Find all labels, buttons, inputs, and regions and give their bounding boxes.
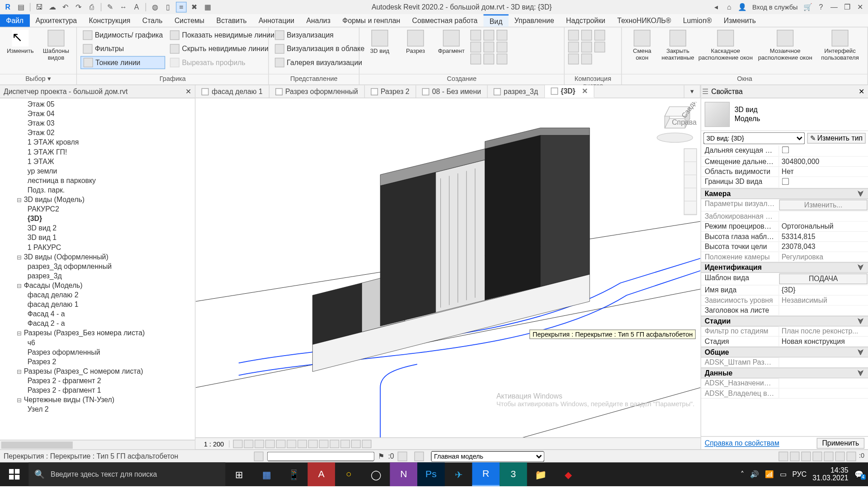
prop-value[interactable] [778,177,868,188]
menu-формы и генплан[interactable]: Формы и генплан [336,14,406,27]
start-button[interactable] [0,462,28,486]
infocenter-icon[interactable]: ◂ [711,2,722,13]
tree-item[interactable]: лестница в парковку [4,176,195,185]
tray-clock[interactable]: 14:35 31.03.2021 [812,467,848,482]
tree-item[interactable]: {3D} [4,214,195,223]
tree-item[interactable]: ч6 [4,338,195,347]
prop-group-header[interactable]: Камера⮟ [701,188,868,199]
redo-icon[interactable]: ↷ [73,2,84,13]
measure-icon[interactable]: ✎ [105,2,116,13]
expand-icon[interactable]: ⊟ [15,282,23,289]
view-tab[interactable]: разрез_3д [487,85,544,98]
taskview-icon[interactable]: ⊞ [225,462,253,486]
sheet7-icon[interactable] [594,30,605,41]
select-links-icon[interactable] [778,451,788,461]
menu-сталь[interactable]: Сталь [137,14,169,27]
section-button[interactable]: Разрез [399,28,432,71]
sheet2-icon[interactable] [568,42,579,52]
crop-icon[interactable] [287,440,296,448]
properties-grid[interactable]: Дальняя секущая ВклСмещение дальнего ...… [701,145,868,436]
drag-icon[interactable] [824,451,833,461]
highlight-icon[interactable] [351,440,360,448]
autocad-icon[interactable]: A [307,462,335,486]
cascade-button[interactable]: Каскадное расположение окон [697,28,755,71]
view-tab[interactable]: фасад делаю 1 [196,85,269,98]
thinlines-icon[interactable]: ≡ [176,2,187,13]
sheet8-icon[interactable] [594,42,605,52]
tree-category[interactable]: ⊟Разрезы (Разрез_Без номера листа) [4,328,195,338]
misc-icon[interactable] [496,54,507,65]
expand-icon[interactable]: ⮟ [857,317,864,325]
print-icon[interactable]: ⎙ [86,2,97,13]
menu-вставить[interactable]: Вставить [210,14,252,27]
reveal-icon[interactable] [330,440,339,448]
tree-item[interactable]: Этаж 04 [4,109,195,118]
telegram-icon[interactable]: ✈ [445,462,472,486]
edit-type-button[interactable]: ✎ Изменить тип [807,133,866,144]
fullnav-icon[interactable] [684,149,696,162]
temphide-icon[interactable] [319,440,328,448]
prop-value[interactable] [778,305,868,315]
prop-checkbox[interactable] [782,178,789,185]
viewtemplates-button[interactable]: Шаблоны видов [39,28,73,71]
menu-системы[interactable]: Системы [169,14,211,27]
tree-item[interactable]: 3D вид 1 [4,233,195,243]
tree-item[interactable]: разрез_3д [4,271,195,281]
tree-item[interactable]: 1 ЭТАЖ ГП! [4,147,195,157]
tray-wifi-icon[interactable]: 📶 [765,470,774,478]
tree-item[interactable]: Фасад 2 - а [4,319,195,328]
yandex-icon[interactable]: ○ [335,462,363,486]
tree-item[interactable]: Этаж 02 [4,128,195,138]
tree-item[interactable]: разрез_3д оформленный [4,262,195,271]
apply-button[interactable]: Применить [817,438,865,449]
tree-item[interactable]: фасад делаю 1 [4,300,195,309]
select-pinned-icon[interactable] [801,451,811,461]
sheet4-icon[interactable] [581,30,592,41]
legend-icon[interactable] [483,42,494,52]
expand-icon[interactable]: ⮟ [857,263,864,272]
user-icon[interactable]: 👤 [737,2,748,13]
prop-group-header[interactable]: Идентификация⮟ [701,262,868,273]
drafting-icon[interactable] [470,54,481,65]
tree-category[interactable]: ⊟Чертежные виды (TN-Узел) [4,395,195,404]
photoshop-icon[interactable]: Ps [417,462,445,486]
align-icon[interactable]: ↔ [118,2,129,13]
tree-item[interactable]: 1 ЭТАЖ кровля [4,138,195,147]
prop-value[interactable]: Нет [778,167,868,176]
closeinactive-button[interactable]: Закрыть неактивные [661,28,694,71]
sheet6-icon[interactable] [581,54,592,65]
taskbar-search[interactable]: 🔍 Введите здесь текст для поиска [28,462,225,486]
menu-изменить[interactable]: Изменить [718,14,762,27]
detail-level-icon[interactable] [233,440,242,448]
expand-icon[interactable]: ⊟ [15,368,23,375]
tree-item[interactable]: 1 РАКУРС [4,243,195,252]
gear-icon[interactable]: ☰ [702,87,709,95]
analytic-icon[interactable] [340,440,350,448]
onenote-icon[interactable]: N [390,462,417,486]
tree-category[interactable]: ⊟3D виды (Оформленный) [4,252,195,262]
cropregion-icon[interactable] [297,440,307,448]
tree-item[interactable]: 3D вид 2 [4,224,195,233]
expand-icon[interactable]: ⊟ [15,330,23,337]
show-hidden-button[interactable]: Показать невидимые линии [168,28,277,42]
scrollbar-thumb[interactable] [1,441,73,449]
background-icon[interactable] [835,451,844,461]
prop-group-header[interactable]: Данные⮟ [701,368,868,379]
visualstyle-icon[interactable] [244,440,253,448]
window-minimize-icon[interactable]: — [829,2,840,13]
tree-item[interactable]: Подз. парк. [4,185,195,195]
sunpath-icon[interactable] [255,440,264,448]
visibility-button[interactable]: Видимость/ графика [80,28,165,42]
scale-label[interactable]: 1 : 200 [199,440,229,447]
sheet1-icon[interactable] [568,30,579,41]
elevation-icon[interactable] [470,42,481,52]
help-icon[interactable]: ? [816,2,826,13]
duplicate-icon[interactable] [483,30,494,41]
scopebox-icon[interactable] [496,30,507,41]
close-icon[interactable]: ✕ [859,87,864,95]
workset-icon[interactable] [254,451,264,461]
3dview-button[interactable]: 3D вид [363,28,396,71]
lock3d-icon[interactable] [308,440,317,448]
tree-item[interactable]: РАКУРС2 [4,204,195,214]
tree-item[interactable]: Этаж 03 [4,118,195,128]
